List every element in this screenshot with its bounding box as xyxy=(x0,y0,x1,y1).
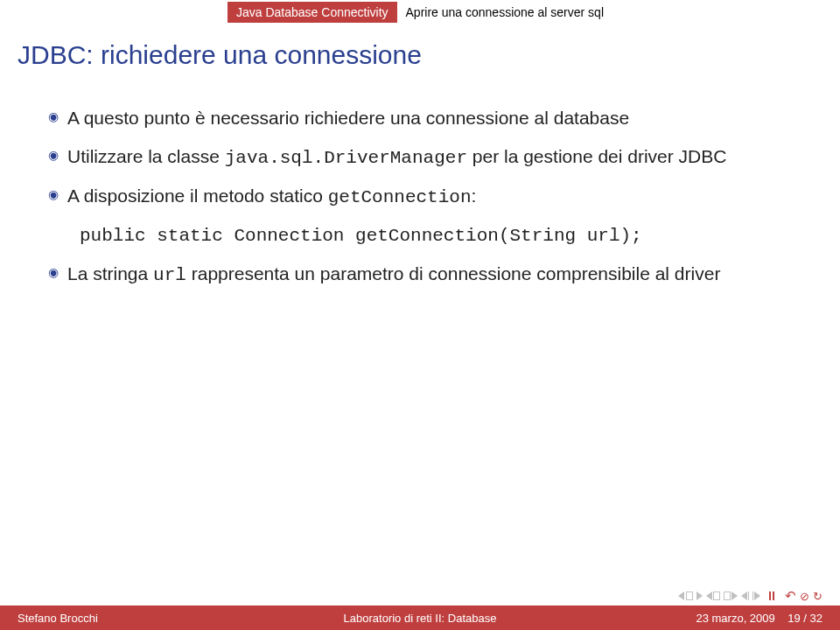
code-line: public static Connection getConnection(S… xyxy=(80,221,792,251)
footer-author: Stefano Brocchi xyxy=(18,612,98,625)
list-item: ◉ Utilizzare la classe java.sql.DriverMa… xyxy=(48,142,792,173)
nav-prev-line-icon[interactable] xyxy=(741,592,749,600)
nav-prev-sub-icon[interactable] xyxy=(706,592,720,600)
nav-refresh-icon[interactable]: ↻ xyxy=(813,590,822,603)
list-text: A questo punto è necessario richiedere u… xyxy=(67,103,629,133)
content: ◉ A questo punto è necessario richiedere… xyxy=(0,77,840,290)
bullet-icon: ◉ xyxy=(48,181,67,213)
footer-right: 23 marzo, 2009 19 / 32 xyxy=(696,612,822,625)
nav-first-icon[interactable] xyxy=(678,592,693,600)
nav-next-line-icon[interactable] xyxy=(752,592,760,600)
nav-search-icon[interactable]: ⊘ xyxy=(800,590,809,603)
header-subsection: Aprire una connessione al server sql xyxy=(397,2,612,23)
footer-bar: Stefano Brocchi Laboratorio di reti II: … xyxy=(0,606,840,630)
list-text: A disposizione il metodo statico getConn… xyxy=(67,181,476,213)
header-section: Java Database Connectivity xyxy=(228,2,397,23)
nav-back-icon[interactable]: ↶ xyxy=(785,588,796,604)
list-text: La stringa url rappresenta un parametro … xyxy=(67,259,720,290)
bullet-icon: ◉ xyxy=(48,103,67,133)
bullet-icon: ◉ xyxy=(48,142,67,173)
list-text: Utilizzare la classe java.sql.DriverMana… xyxy=(67,142,726,173)
nav-controls: ↶ ⊘ ↻ xyxy=(678,588,822,604)
list-item: ◉ A questo punto è necessario richiedere… xyxy=(48,103,792,133)
nav-current-icon xyxy=(769,592,774,600)
nav-next-sub-icon[interactable] xyxy=(724,592,738,600)
bullet-icon: ◉ xyxy=(48,259,67,290)
list-item: ◉ La stringa url rappresenta un parametr… xyxy=(48,259,792,290)
nav-prev-icon[interactable] xyxy=(696,592,703,600)
list-item: ◉ A disposizione il metodo statico getCo… xyxy=(48,181,792,213)
footer-course: Laboratorio di reti II: Database xyxy=(344,612,497,625)
header-bar: Java Database Connectivity Aprire una co… xyxy=(0,0,840,24)
page-title: JDBC: richiedere una connessione xyxy=(0,24,840,77)
